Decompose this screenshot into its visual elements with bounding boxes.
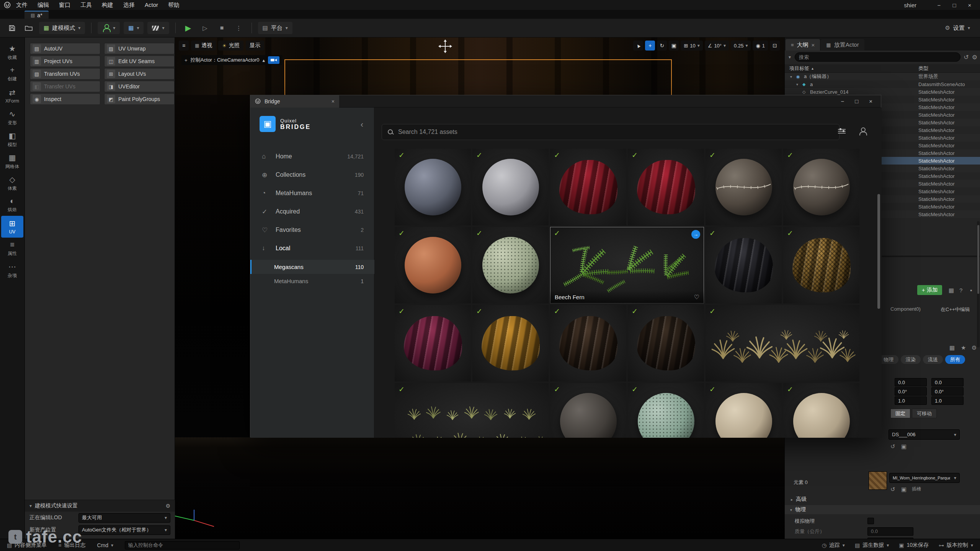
property-checkbox[interactable] (867, 518, 874, 524)
level-tab[interactable]: ▤ a* (24, 11, 49, 19)
uv-tool-button[interactable]: ◫ Edit UV Seams (104, 55, 175, 67)
mobility-button[interactable]: 可移动 (912, 409, 937, 418)
filter-icon[interactable] (838, 129, 846, 134)
cmd-selector[interactable]: Cmd ▾ (97, 542, 113, 548)
asset-tile[interactable]: ✓ (550, 305, 626, 381)
select-tool-icon[interactable]: ▲ (633, 41, 643, 51)
menu-item[interactable]: 文件 (11, 0, 32, 10)
revision-control-button[interactable]: ⊶ 版本控制 ▾ (939, 542, 973, 549)
favorite-icon[interactable]: ♡ (694, 293, 699, 301)
transform-y-field[interactable]: 0.0° (931, 387, 964, 396)
menu-item[interactable]: 构建 (97, 0, 118, 10)
close-icon[interactable]: × (812, 42, 815, 48)
play-options-icon[interactable]: ⋮ (232, 22, 245, 34)
menu-item[interactable]: 窗口 (54, 0, 75, 10)
static-mesh-dropdown[interactable]: DS___006▾ (889, 429, 960, 440)
viewport-menu-icon[interactable]: ≡ (179, 41, 189, 51)
property-value-field[interactable]: 0.0 (867, 527, 913, 536)
save-status-button[interactable]: ▣ 10米保存 (899, 542, 929, 549)
close-button[interactable]: × (869, 98, 872, 104)
bridge-scrollbar[interactable] (877, 194, 880, 309)
minimize-button[interactable]: − (841, 98, 844, 104)
quick-settings-dropdown[interactable]: 最大可用▾ (78, 513, 170, 523)
save-icon[interactable] (5, 22, 18, 34)
add-actor-button[interactable]: ▾ (98, 22, 120, 34)
asset-tile[interactable]: ✓ (395, 149, 471, 225)
mode-tab[interactable]: ≡ 属性 (0, 238, 24, 259)
transform-y-field[interactable]: 0.0 (931, 378, 964, 386)
bridge-title-bar[interactable]: Bridge × − □ × (250, 95, 881, 108)
outliner-row[interactable]: ◇ BezierCurve_014 StaticMeshActor (785, 88, 980, 96)
transform-y-field[interactable]: 1.0 (931, 396, 964, 405)
help-icon[interactable]: ? (959, 287, 962, 293)
menu-item[interactable]: Actor (140, 0, 163, 10)
physics-section[interactable]: ▾物理 (785, 505, 980, 514)
filter-chip[interactable]: 所有 (945, 355, 965, 364)
maximize-button[interactable]: □ (948, 2, 961, 8)
bridge-nav-item[interactable]: ⊕ Collections 190 (250, 166, 374, 184)
asset-tile[interactable]: ✓ (628, 149, 704, 225)
bridge-nav-item[interactable]: ♡ Favorites 2 (250, 221, 374, 239)
mode-tab[interactable]: ★ 收藏 (0, 41, 24, 63)
play-button[interactable]: ▶ (182, 22, 195, 34)
asset-tile[interactable]: ✓ (550, 383, 626, 438)
edit-in-cpp-link[interactable]: 在C++中编辑 (941, 306, 970, 313)
bridge-subnav-item[interactable]: Megascans 110 (250, 260, 374, 274)
transform-x-field[interactable]: 0.0° (895, 387, 927, 396)
export-icon[interactable]: → (691, 230, 700, 239)
reset-icon[interactable]: ↺ (890, 486, 895, 493)
column-item-label[interactable]: 项目标签 (789, 65, 809, 72)
asset-tile[interactable]: ✓ (706, 227, 782, 303)
mobility-button[interactable]: 固定 (890, 409, 910, 418)
outliner-row[interactable]: ▾ ◉ a（编辑器） 世界场景 (785, 73, 980, 80)
filter-chip[interactable]: 流送 (923, 355, 943, 364)
mode-tab[interactable]: ◐ 烘焙 (0, 194, 24, 216)
bridge-nav-item[interactable]: ⌂ Home 14,721 (250, 147, 374, 166)
asset-tile[interactable]: ✓ (783, 383, 859, 438)
tab-outliner[interactable]: ≡ 大纲 × (786, 39, 820, 51)
rotation-snap-button[interactable]: ∠10°▾ (705, 41, 729, 51)
reset-icon[interactable]: ↺ (890, 443, 895, 450)
uv-tool-button[interactable]: ▧ Transform UVs (30, 68, 100, 80)
transform-x-field[interactable]: 0.0 (895, 378, 927, 386)
lock-icon[interactable]: ▪ (970, 287, 972, 293)
uv-tool-button[interactable]: ▤ AutoUV (30, 43, 100, 54)
grid-icon[interactable]: ▦ (949, 344, 955, 351)
perspective-button[interactable]: ▦透视 (191, 41, 216, 51)
uv-tool-button[interactable]: ◧ Transfer UVs (30, 81, 100, 92)
uv-tool-button[interactable]: ◨ UVEditor (104, 81, 175, 92)
tab-place-actors[interactable]: ▦ 放置Actor (821, 39, 864, 51)
asset-tile[interactable]: ✓ (706, 149, 782, 225)
expander-icon[interactable]: ▾ (790, 75, 795, 79)
close-button[interactable]: × (963, 2, 976, 8)
bridge-subnav-item[interactable]: MetaHumans 1 (250, 274, 374, 288)
filter-chip[interactable]: 渲染 (901, 355, 921, 364)
asset-tile[interactable]: ✓ (472, 149, 549, 225)
outliner-search-input[interactable] (795, 52, 960, 62)
add-component-button[interactable]: +添加 (917, 285, 942, 295)
asset-tile[interactable]: ✓ (472, 227, 549, 303)
asset-tile[interactable]: ✓ (550, 227, 704, 303)
uv-tool-button[interactable]: ◩ Paint PolyGroups (104, 93, 175, 105)
menu-item[interactable]: 帮助 (163, 0, 184, 10)
derived-data-button[interactable]: ▤ 源生数据 ▾ (855, 542, 889, 549)
gear-icon[interactable]: ⚙ (972, 344, 977, 351)
asset-tile[interactable]: ✓ (706, 305, 859, 381)
material-thumbnail[interactable] (869, 471, 887, 490)
asset-tile[interactable]: ✓ (395, 305, 471, 381)
close-icon[interactable]: × (332, 98, 335, 104)
mode-tab[interactable]: ⋯ 杂项 (0, 259, 24, 281)
asset-tile[interactable]: ✓ (395, 383, 549, 438)
uv-tool-button[interactable]: ▨ UV Unwrap (104, 43, 175, 54)
bridge-search-bar[interactable] (382, 124, 840, 140)
trace-button[interactable]: ◷ 追踪 ▾ (822, 542, 845, 549)
mode-tab[interactable]: ⊞ UV (1, 216, 23, 238)
material-dropdown[interactable]: MI_Worn_Herringbone_Parquet_L▾ (889, 473, 960, 483)
asset-tile[interactable]: ✓ (550, 149, 626, 225)
asset-tile[interactable]: ✓ (706, 383, 782, 438)
asset-tile[interactable]: ✓ (783, 149, 859, 225)
bridge-nav-item[interactable]: ↓ Local 111 (250, 239, 374, 258)
bridge-tab[interactable]: Bridge × (250, 95, 339, 108)
panel-icon[interactable]: ▦ (949, 287, 954, 294)
asset-tile[interactable]: ✓ (472, 305, 549, 381)
